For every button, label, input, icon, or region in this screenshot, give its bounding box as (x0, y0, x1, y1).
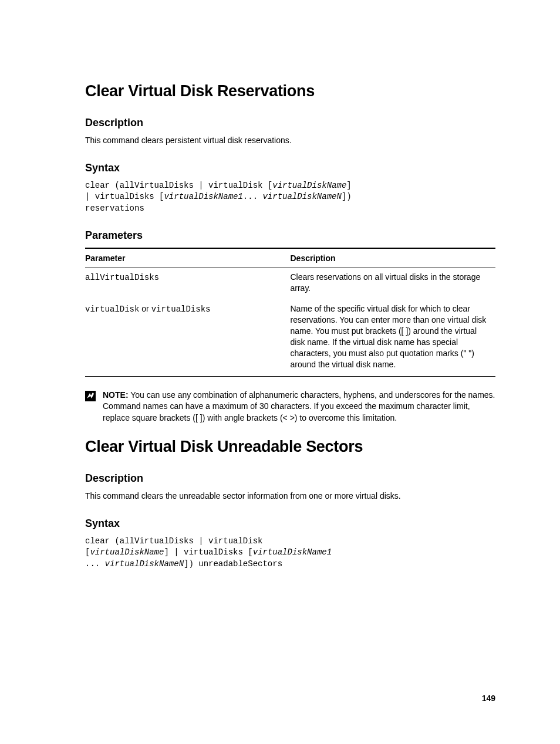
parameters-table: Parameter Description allVirtualDisksCle… (85, 248, 495, 376)
col-header-description: Description (291, 248, 496, 268)
section-heading: Clear Virtual Disk Reservations (85, 82, 495, 100)
table-header-row: Parameter Description (85, 248, 495, 268)
note-text: NOTE: You can use any combination of alp… (103, 390, 495, 424)
body-text: This command clears the unreadable secto… (85, 491, 495, 502)
col-header-parameter: Parameter (85, 248, 291, 268)
body-text: This command clears persistent virtual d… (85, 135, 495, 147)
section-heading: Clear Virtual Disk Unreadable Sectors (85, 438, 495, 456)
note-body: You can use any combination of alphanume… (103, 390, 495, 422)
subsection-title: Syntax (85, 518, 495, 530)
page-number: 149 (482, 694, 495, 703)
subsection-title: Description (85, 472, 495, 485)
table-row: allVirtualDisksClears reservations on al… (85, 268, 495, 300)
code-block: clear (allVirtualDisks | virtualDisk [vi… (85, 536, 495, 570)
subsection-title: Parameters (85, 229, 495, 242)
note-label: NOTE: (103, 390, 129, 400)
note-block: NOTE: You can use any combination of alp… (85, 390, 495, 424)
code-block: clear (allVirtualDisks | virtualDisk [vi… (85, 180, 495, 215)
doc-page: Clear Virtual Disk Reservations Descript… (0, 0, 560, 744)
note-icon (85, 391, 96, 401)
table-row: virtualDisk or virtualDisksName of the s… (85, 300, 495, 376)
cell-description: Clears reservations on all virtual disks… (291, 268, 496, 300)
cell-description: Name of the specific virtual disk for wh… (291, 300, 496, 376)
subsection-title: Description (85, 117, 495, 129)
cell-parameter: virtualDisk or virtualDisks (85, 300, 291, 376)
subsection-title: Syntax (85, 162, 495, 174)
cell-parameter: allVirtualDisks (85, 268, 291, 300)
